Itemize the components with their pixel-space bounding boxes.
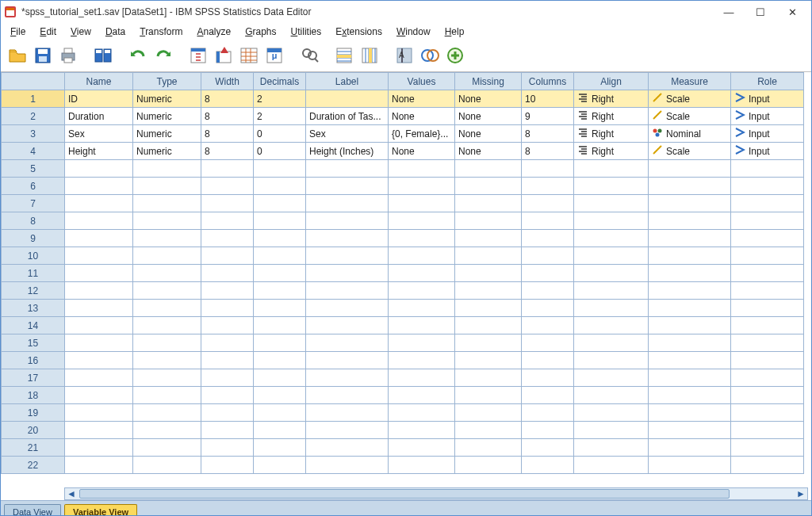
cell-align[interactable]: Right xyxy=(574,90,649,108)
menu-graphs[interactable]: Graphs xyxy=(239,25,282,39)
row-header[interactable]: 17 xyxy=(2,369,65,387)
find-icon[interactable] xyxy=(297,44,321,67)
row-header[interactable]: 15 xyxy=(2,334,65,352)
table-row[interactable]: 16 xyxy=(2,352,804,369)
save-icon[interactable] xyxy=(31,44,55,67)
tab-data-view[interactable]: Data View xyxy=(4,504,61,516)
menu-window[interactable]: Window xyxy=(390,25,437,39)
cell-decimals[interactable]: 2 xyxy=(254,108,306,125)
menu-utilities[interactable]: Utilities xyxy=(285,25,328,39)
row-header[interactable]: 1 xyxy=(2,90,65,108)
table-row[interactable]: 20 xyxy=(2,422,804,439)
row-header[interactable]: 20 xyxy=(2,422,65,439)
cell-label[interactable]: Height (Inches) xyxy=(306,143,389,160)
table-row[interactable]: 11 xyxy=(2,265,804,282)
cell-width[interactable]: 8 xyxy=(201,125,254,143)
cell-measure[interactable]: Scale xyxy=(649,108,731,125)
col-role[interactable]: Role xyxy=(731,73,804,90)
col-measure[interactable]: Measure xyxy=(649,73,731,90)
maximize-button[interactable]: ☐ xyxy=(745,2,776,22)
goto-variable-icon[interactable] xyxy=(212,44,236,67)
table-row[interactable]: 15 xyxy=(2,334,804,352)
cell-missing[interactable]: None xyxy=(455,143,522,160)
table-row[interactable]: 21 xyxy=(2,439,804,457)
table-row[interactable]: 9 xyxy=(2,230,804,247)
redo-icon[interactable] xyxy=(151,44,175,67)
row-header[interactable]: 6 xyxy=(2,178,65,195)
cell-decimals[interactable]: 2 xyxy=(254,90,306,108)
col-values[interactable]: Values xyxy=(389,73,455,90)
split-file-icon[interactable]: A xyxy=(393,44,416,67)
table-row[interactable]: 13 xyxy=(2,300,804,317)
menu-file[interactable]: File xyxy=(4,25,32,39)
cell-columns[interactable]: 8 xyxy=(522,125,574,143)
row-header[interactable]: 21 xyxy=(2,439,65,457)
menu-transform[interactable]: Transform xyxy=(133,25,189,39)
cell-name[interactable]: ID xyxy=(65,90,133,108)
cell-width[interactable]: 8 xyxy=(201,108,254,125)
table-row[interactable]: 19 xyxy=(2,404,804,422)
col-name[interactable]: Name xyxy=(65,73,133,90)
scroll-right-icon[interactable]: ► xyxy=(795,488,807,499)
cell-role[interactable]: Input xyxy=(731,143,804,160)
cell-measure[interactable]: Nominal xyxy=(649,125,731,143)
col-label[interactable]: Label xyxy=(306,73,389,90)
cell-role[interactable]: Input xyxy=(731,108,804,125)
insert-variable-icon[interactable] xyxy=(358,44,381,67)
row-header[interactable]: 5 xyxy=(2,160,65,178)
table-row[interactable]: 17 xyxy=(2,369,804,387)
row-header[interactable]: 14 xyxy=(2,317,65,334)
cell-measure[interactable]: Scale xyxy=(649,90,731,108)
cell-values[interactable]: {0, Female}... xyxy=(389,125,455,143)
cell-label[interactable]: Sex xyxy=(306,125,389,143)
cell-align[interactable]: Right xyxy=(574,125,649,143)
print-icon[interactable] xyxy=(56,44,80,67)
row-header[interactable]: 9 xyxy=(2,230,65,247)
scroll-thumb[interactable] xyxy=(79,489,730,499)
cell-name[interactable]: Sex xyxy=(65,125,133,143)
menu-edit[interactable]: Edit xyxy=(33,25,63,39)
menu-view[interactable]: View xyxy=(64,25,98,39)
table-row[interactable]: 10 xyxy=(2,247,804,265)
row-header[interactable]: 8 xyxy=(2,212,65,230)
scroll-left-icon[interactable]: ◄ xyxy=(65,488,78,499)
table-row[interactable]: 2DurationNumeric82Duration of Tas...None… xyxy=(2,108,804,125)
cell-values[interactable]: None xyxy=(389,143,455,160)
table-row[interactable]: 5 xyxy=(2,160,804,178)
cell-role[interactable]: Input xyxy=(731,125,804,143)
goto-case-icon[interactable] xyxy=(186,44,210,67)
col-align[interactable]: Align xyxy=(574,73,649,90)
minimize-button[interactable]: — xyxy=(713,2,745,22)
cell-role[interactable]: Input xyxy=(731,90,804,108)
row-header[interactable]: 4 xyxy=(2,143,65,160)
cell-type[interactable]: Numeric xyxy=(133,108,201,125)
table-row[interactable]: 1IDNumeric82NoneNone10RightScaleInput xyxy=(2,90,804,108)
table-row[interactable]: 3SexNumeric80Sex{0, Female}...None8Right… xyxy=(2,125,804,143)
row-header[interactable]: 7 xyxy=(2,195,65,212)
cell-values[interactable]: None xyxy=(389,108,455,125)
cell-missing[interactable]: None xyxy=(455,108,522,125)
row-header[interactable]: 11 xyxy=(2,265,65,282)
cell-columns[interactable]: 9 xyxy=(522,108,574,125)
menu-help[interactable]: Help xyxy=(439,25,471,39)
cell-measure[interactable]: Scale xyxy=(649,143,731,160)
weight-cases-icon[interactable] xyxy=(418,44,442,67)
insert-cases-icon[interactable] xyxy=(332,44,356,67)
menu-extensions[interactable]: Extensions xyxy=(329,25,389,39)
cell-decimals[interactable]: 0 xyxy=(254,125,306,143)
select-cases-icon[interactable] xyxy=(443,44,467,67)
recall-dialog-icon[interactable] xyxy=(91,44,115,67)
run-descriptives-icon[interactable]: μ xyxy=(262,44,286,67)
corner-cell[interactable] xyxy=(2,73,65,90)
cell-columns[interactable]: 8 xyxy=(522,143,574,160)
cell-decimals[interactable]: 0 xyxy=(254,143,306,160)
table-row[interactable]: 22 xyxy=(2,457,804,474)
cell-name[interactable]: Height xyxy=(65,143,133,160)
row-header[interactable]: 10 xyxy=(2,247,65,265)
cell-missing[interactable]: None xyxy=(455,125,522,143)
menu-data[interactable]: Data xyxy=(99,25,132,39)
cell-name[interactable]: Duration xyxy=(65,108,133,125)
table-row[interactable]: 4HeightNumeric80Height (Inches)NoneNone8… xyxy=(2,143,804,160)
col-missing[interactable]: Missing xyxy=(455,73,522,90)
cell-type[interactable]: Numeric xyxy=(133,90,201,108)
